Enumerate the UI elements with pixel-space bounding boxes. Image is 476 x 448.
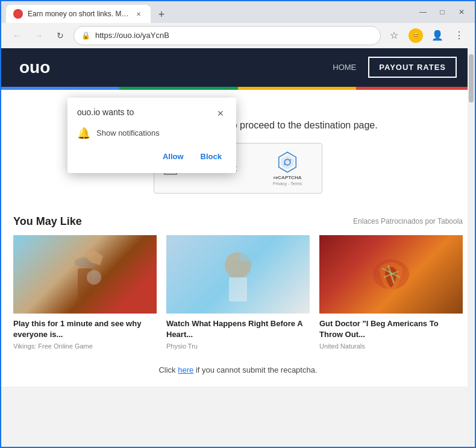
rec-title: You May Like	[13, 215, 82, 228]
captcha-link-text: Click	[158, 365, 175, 374]
rec-card-1-title: Play this for 1 minute and see why every…	[13, 318, 157, 340]
allow-button[interactable]: Allow	[158, 150, 189, 163]
site-logo: ouo	[19, 58, 50, 77]
title-bar: Earn money on short links. Make ✕ + — □ …	[1, 1, 475, 23]
captcha-link-suffix: if you cannot submit the recaptcha.	[196, 365, 318, 374]
tab-area: Earn money on short links. Make ✕ +	[6, 1, 412, 23]
svg-point-2	[87, 270, 101, 285]
popup-title: ouo.io wants to	[77, 107, 134, 117]
rec-img-1	[13, 235, 157, 314]
popup-header: ouo.io wants to ✕	[77, 107, 227, 119]
menu-button[interactable]: ⋮	[451, 27, 468, 44]
svg-point-6	[238, 251, 256, 261]
url-text: https://ouo.io/yaYcnB	[95, 31, 373, 40]
rec-img-3	[319, 235, 463, 314]
window-controls: — □ ✕	[415, 4, 470, 21]
scrollbar[interactable]	[468, 48, 475, 447]
site-content: ouo HOME PAYOUT RATES Please check the c…	[1, 48, 475, 447]
new-tab-button[interactable]: +	[153, 6, 170, 23]
payout-rates-button[interactable]: PAYOUT RATES	[368, 57, 457, 78]
captcha-link-section: Click here if you cannot submit the reca…	[13, 365, 463, 374]
scroll-thumb[interactable]	[469, 54, 474, 103]
recaptcha-sub: Privacy - Terms	[273, 181, 302, 186]
rec-img-2	[166, 235, 310, 314]
recaptcha-icon	[276, 151, 299, 174]
block-button[interactable]: Block	[196, 150, 227, 163]
rec-card-1-source: Vikings: Free Online Game	[13, 342, 157, 350]
active-tab[interactable]: Earn money on short links. Make ✕	[6, 5, 151, 23]
captcha-here-link[interactable]: here	[178, 365, 193, 374]
profile-button[interactable]: 👤	[429, 27, 446, 44]
recaptcha-logo: reCAPTCHA Privacy - Terms	[273, 151, 302, 186]
rec-card-3-title: Gut Doctor "I Beg Americans To Throw Out…	[319, 318, 463, 340]
popup-content: 🔔 Show notifications	[77, 127, 227, 140]
svg-rect-5	[229, 277, 247, 301]
tab-close-btn[interactable]: ✕	[134, 9, 143, 19]
recommendations-section: You May Like Enlaces Patrocinados por Ta…	[13, 206, 463, 356]
tab-favicon	[13, 9, 23, 19]
forward-button[interactable]: →	[30, 27, 47, 44]
rec-card-1[interactable]: Play this for 1 minute and see why every…	[13, 235, 157, 350]
profile-avatar: 😊	[409, 28, 423, 43]
extension-icon[interactable]: 😊	[407, 27, 424, 44]
bell-icon: 🔔	[77, 127, 90, 140]
popup-actions: Allow Block	[77, 150, 227, 163]
site-nav: HOME PAYOUT RATES	[333, 57, 457, 78]
home-nav-link[interactable]: HOME	[333, 63, 356, 72]
recaptcha-text: reCAPTCHA	[274, 175, 302, 180]
url-bar[interactable]: 🔒 https://ouo.io/yaYcnB	[74, 26, 381, 45]
rec-card-2-title: Watch What Happens Right Before A Heart.…	[166, 318, 310, 340]
rec-card-2[interactable]: Watch What Happens Right Before A Heart.…	[166, 235, 310, 350]
maximize-button[interactable]: □	[434, 4, 451, 21]
refresh-button[interactable]: ↻	[52, 27, 69, 44]
tab-title: Earn money on short links. Make	[28, 10, 129, 18]
rec-header: You May Like Enlaces Patrocinados por Ta…	[13, 215, 463, 228]
site-header: ouo HOME PAYOUT RATES	[1, 48, 475, 87]
popup-description: Show notifications	[96, 128, 160, 137]
back-button[interactable]: ←	[8, 27, 25, 44]
popup-close-button[interactable]: ✕	[215, 107, 227, 119]
rec-card-2-source: Physio Tru	[166, 342, 310, 350]
bookmark-icon[interactable]: ☆	[386, 27, 402, 44]
rec-grid: Play this for 1 minute and see why every…	[13, 235, 463, 350]
content-wrapper: ouo HOME PAYOUT RATES Please check the c…	[1, 48, 475, 447]
rec-card-3-source: United Naturals	[319, 342, 463, 350]
rec-card-3[interactable]: Gut Doctor "I Beg Americans To Throw Out…	[319, 235, 463, 350]
address-bar: ← → ↻ 🔒 https://ouo.io/yaYcnB ☆ 😊 👤 ⋮	[1, 23, 475, 48]
browser-window: Earn money on short links. Make ✕ + — □ …	[0, 0, 476, 448]
notification-popup: ouo.io wants to ✕ 🔔 Show notifications A…	[67, 98, 236, 173]
rec-source: Enlaces Patrocinados por Taboola	[353, 217, 463, 226]
close-button[interactable]: ✕	[453, 4, 470, 21]
lock-icon: 🔒	[81, 31, 90, 40]
minimize-button[interactable]: —	[415, 4, 431, 21]
